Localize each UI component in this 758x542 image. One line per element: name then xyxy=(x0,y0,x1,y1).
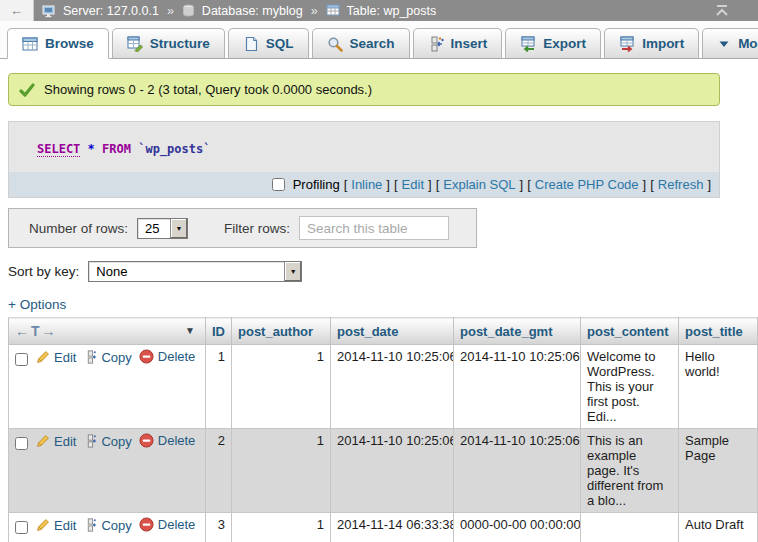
column-header-id[interactable]: ID xyxy=(206,318,232,345)
success-message-text: Showing rows 0 - 2 (3 total, Query took … xyxy=(44,82,372,97)
sort-by-key-label: Sort by key: xyxy=(8,264,79,279)
delete-link[interactable]: Delete xyxy=(158,349,196,364)
copy-icon xyxy=(83,434,97,448)
breadcrumb-server[interactable]: Server: 127.0.0.1 xyxy=(63,4,159,18)
row-actions-cell: EditCopyDelete xyxy=(9,345,206,429)
sql-query-text: SELECT * FROM `wp_posts` xyxy=(9,122,719,172)
row-checkbox[interactable] xyxy=(15,521,28,534)
tab-more[interactable]: More xyxy=(702,28,758,59)
bracket: ] xyxy=(386,177,390,192)
refresh-link[interactable]: Refresh xyxy=(658,177,704,192)
options-toggle[interactable]: + Options xyxy=(8,297,66,312)
delete-link[interactable]: Delete xyxy=(158,517,196,532)
breadcrumb-database[interactable]: Database: myblog xyxy=(202,4,303,18)
edit-link[interactable]: Edit xyxy=(54,518,76,533)
row-checkbox[interactable] xyxy=(15,353,28,366)
cell-post-content xyxy=(581,513,679,542)
column-header-post-date[interactable]: post_date xyxy=(331,318,454,345)
row-actions-cell: EditCopyDelete xyxy=(9,513,206,542)
row-actions-cell: EditCopyDelete xyxy=(9,429,206,513)
cell-post-date-gmt: 2014-11-10 10:25:06 xyxy=(454,345,581,429)
pencil-icon xyxy=(36,350,50,364)
row-checkbox[interactable] xyxy=(15,437,28,450)
cell-post-content: This is an example page. It's different … xyxy=(581,429,679,513)
browse-icon xyxy=(22,36,38,52)
actions-column-header: ←T→ ▼ xyxy=(9,318,206,345)
column-header-post-content[interactable]: post_content xyxy=(581,318,679,345)
sql-table-identifier: `wp_posts` xyxy=(138,142,210,156)
insert-icon xyxy=(428,36,444,52)
back-arrow-button[interactable]: ← xyxy=(0,0,34,21)
column-header-post-title[interactable]: post_title xyxy=(679,318,758,345)
tab-label: Structure xyxy=(150,36,210,51)
column-header-post-date-gmt[interactable]: post_date_gmt xyxy=(454,318,581,345)
bracket: ] xyxy=(643,177,647,192)
tab-structure[interactable]: Structure xyxy=(112,28,225,59)
bracket: [ xyxy=(436,177,440,192)
tab-search[interactable]: Search xyxy=(312,28,410,59)
tab-sql[interactable]: SQL xyxy=(228,28,309,59)
edit-link[interactable]: Edit xyxy=(54,434,76,449)
tab-import[interactable]: Import xyxy=(604,28,699,59)
tab-export[interactable]: Export xyxy=(505,28,601,59)
profiling-checkbox[interactable] xyxy=(272,178,285,191)
import-icon xyxy=(619,36,635,52)
tab-label: SQL xyxy=(266,36,294,51)
table-header-row: ←T→ ▼ ID post_author post_date post_date… xyxy=(9,318,758,345)
search-icon xyxy=(327,36,343,52)
rows-per-page-select[interactable]: 25 ▼ xyxy=(137,218,188,239)
explain-sql-link[interactable]: Explain SQL xyxy=(443,177,515,192)
database-icon xyxy=(182,4,195,17)
actions-dropdown-icon[interactable]: ▼ xyxy=(185,325,195,336)
collapse-icon[interactable] xyxy=(714,4,730,17)
bracket: [ xyxy=(650,177,654,192)
column-header-post-author[interactable]: post_author xyxy=(232,318,331,345)
filter-search-input[interactable] xyxy=(299,216,449,240)
table-row: EditCopyDelete 2 1 2014-11-10 10:25:06 2… xyxy=(9,429,758,513)
tab-insert[interactable]: Insert xyxy=(413,28,503,59)
cell-id: 1 xyxy=(206,345,232,429)
pencil-icon xyxy=(36,434,50,448)
sql-keyword-select[interactable]: SELECT xyxy=(37,142,80,157)
pencil-icon xyxy=(36,518,50,532)
copy-link[interactable]: Copy xyxy=(101,434,131,449)
copy-link[interactable]: Copy xyxy=(101,518,131,533)
bracket: ] xyxy=(520,177,524,192)
breadcrumb-table[interactable]: Table: wp_posts xyxy=(347,4,437,18)
breadcrumb-separator: » xyxy=(167,4,174,18)
tab-label: Import xyxy=(642,36,684,51)
tab-bar: Browse Structure SQL Search Insert xyxy=(0,21,758,59)
cell-id: 2 xyxy=(206,429,232,513)
rows-filter-bar: Number of rows: 25 ▼ Filter rows: xyxy=(8,208,477,248)
server-icon xyxy=(42,4,56,18)
table-row: EditCopyDelete 1 1 2014-11-10 10:25:06 2… xyxy=(9,345,758,429)
sql-star: * xyxy=(88,142,95,156)
sort-by-key-select[interactable]: None ▼ xyxy=(88,261,302,282)
delete-icon xyxy=(139,517,154,532)
create-php-code-link[interactable]: Create PHP Code xyxy=(535,177,639,192)
breadcrumb-bar: ← Server: 127.0.0.1 » Database: myblog »… xyxy=(0,0,758,21)
inline-link[interactable]: Inline xyxy=(351,177,382,192)
tab-browse[interactable]: Browse xyxy=(7,28,109,59)
table-icon xyxy=(326,4,340,17)
cell-post-date: 2014-11-14 06:33:38 xyxy=(331,513,454,542)
tab-label: Insert xyxy=(451,36,488,51)
sql-keyword-from: FROM xyxy=(102,142,131,156)
column-order-controls[interactable]: ←T→ xyxy=(15,323,58,339)
cell-post-title: Hello world! xyxy=(679,345,758,429)
tab-label: More xyxy=(738,36,758,51)
copy-link[interactable]: Copy xyxy=(101,350,131,365)
delete-icon xyxy=(139,349,154,364)
edit-query-link[interactable]: Edit xyxy=(402,177,424,192)
dropdown-arrow-icon: ▼ xyxy=(284,262,301,281)
query-actions-bar: Profiling [ Inline ] [ Edit ] [ Explain … xyxy=(9,172,719,197)
delete-link[interactable]: Delete xyxy=(158,433,196,448)
delete-icon xyxy=(139,433,154,448)
tab-label: Export xyxy=(543,36,586,51)
cell-post-title: Auto Draft xyxy=(679,513,758,542)
structure-icon xyxy=(127,36,143,52)
bracket: [ xyxy=(394,177,398,192)
edit-link[interactable]: Edit xyxy=(54,350,76,365)
breadcrumb-separator: » xyxy=(311,4,318,18)
cell-post-author: 1 xyxy=(232,513,331,542)
